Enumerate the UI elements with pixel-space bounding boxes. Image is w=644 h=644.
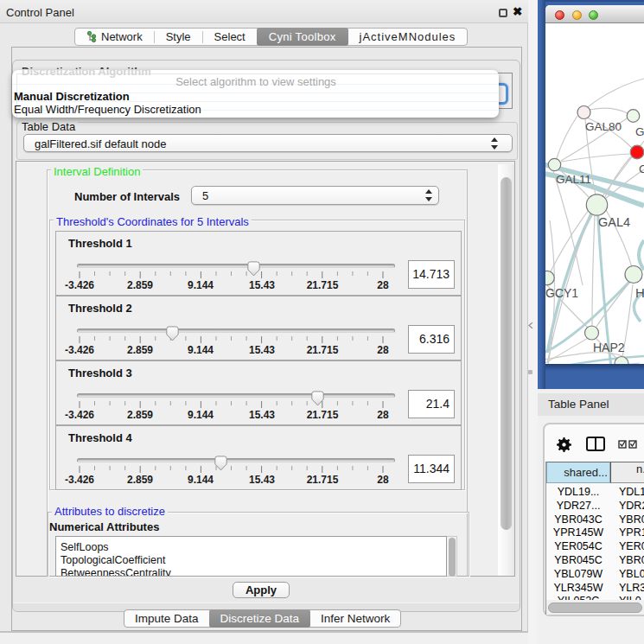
svg-text:GAL80: GAL80 bbox=[585, 120, 622, 133]
svg-text:CY: CY bbox=[639, 163, 644, 175]
svg-text:GAL4: GAL4 bbox=[598, 215, 630, 229]
svg-text:HA: HA bbox=[635, 285, 644, 300]
svg-text:GCY1: GCY1 bbox=[545, 286, 578, 300]
svg-text:HAP2: HAP2 bbox=[593, 341, 625, 354]
svg-text:GA: GA bbox=[635, 125, 644, 138]
svg-text:GAL11: GAL11 bbox=[556, 173, 591, 186]
